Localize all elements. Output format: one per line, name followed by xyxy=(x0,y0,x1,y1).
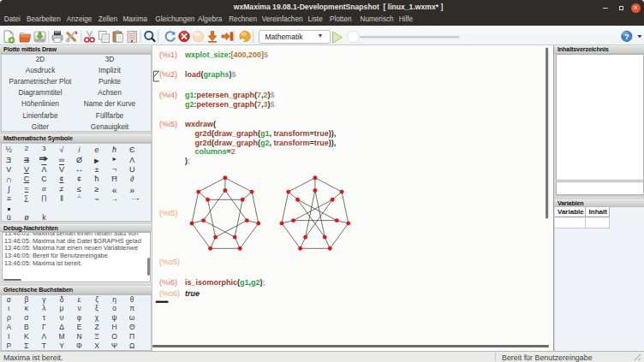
svg-text:?: ? xyxy=(624,32,629,41)
